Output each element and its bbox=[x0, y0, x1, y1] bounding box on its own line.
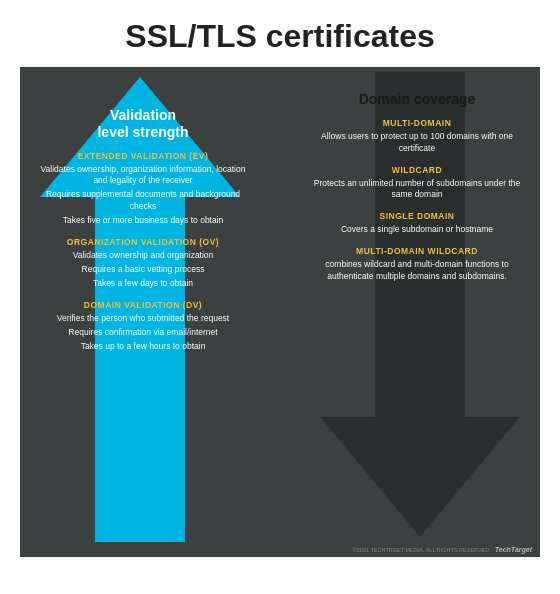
copyright-text: ©2021 TECHTRGET MEDIA. ALL RIGHTS RESERV… bbox=[353, 547, 491, 553]
dv-item-1: Requires confirmation via email/internet bbox=[34, 327, 252, 339]
left-content: Validation level strength Extended Valid… bbox=[34, 107, 252, 354]
single-domain-title: Single Domain bbox=[308, 211, 526, 221]
multi-domain-body: Allows users to protect up to 100 domain… bbox=[308, 131, 526, 155]
multi-domain-wildcard-body: combines wildcard and multi-domain funct… bbox=[308, 259, 526, 283]
wildcard-body: Protects an unlimited number of subdomai… bbox=[308, 178, 526, 202]
right-header: Domain coverage bbox=[308, 91, 526, 108]
multi-domain-title: Multi-Domain bbox=[308, 118, 526, 128]
ev-item-0: Validates ownership, organization inform… bbox=[34, 164, 252, 188]
ev-title: Extended Validation (EV) bbox=[34, 151, 252, 161]
ov-item-0: Validates ownership and organization bbox=[34, 250, 252, 262]
single-domain-body: Covers a single subdomain or hostname bbox=[308, 224, 526, 236]
left-header: Validation level strength bbox=[34, 107, 252, 141]
dv-item-2: Takes up to a few hours to obtain bbox=[34, 341, 252, 353]
ev-section: Extended Validation (EV) Validates owner… bbox=[34, 151, 252, 227]
multi-domain-wildcard-section: Multi-Domain Wildcard combines wildcard … bbox=[308, 246, 526, 283]
techtarget-logo: TechTarget bbox=[495, 546, 532, 553]
footer: ©2021 TECHTRGET MEDIA. ALL RIGHTS RESERV… bbox=[353, 546, 532, 553]
wildcard-section: Wildcard Protects an unlimited number of… bbox=[308, 165, 526, 202]
page-title: SSL/TLS certificates bbox=[125, 0, 434, 67]
ov-item-1: Requires a basic vetting process bbox=[34, 264, 252, 276]
wildcard-title: Wildcard bbox=[308, 165, 526, 175]
dv-section: Domain Validation (DV) Verifies the pers… bbox=[34, 300, 252, 353]
multi-domain-wildcard-title: Multi-Domain Wildcard bbox=[308, 246, 526, 256]
infographic: Validation level strength Extended Valid… bbox=[20, 67, 540, 557]
ov-title: Organization Validation (OV) bbox=[34, 237, 252, 247]
dv-title: Domain Validation (DV) bbox=[34, 300, 252, 310]
ov-section: Organization Validation (OV) Validates o… bbox=[34, 237, 252, 290]
single-domain-section: Single Domain Covers a single subdomain … bbox=[308, 211, 526, 236]
ov-item-2: Takes a few days to obtain bbox=[34, 278, 252, 290]
page: SSL/TLS certificates Validation level st… bbox=[0, 0, 560, 594]
multi-domain-section: Multi-Domain Allows users to protect up … bbox=[308, 118, 526, 155]
right-content: Domain coverage Multi-Domain Allows user… bbox=[308, 91, 526, 285]
ev-item-2: Takes five or more business days to obta… bbox=[34, 215, 252, 227]
ev-item-1: Requires supplemental documents and back… bbox=[34, 189, 252, 213]
dv-item-0: Verifies the person who submitted the re… bbox=[34, 313, 252, 325]
